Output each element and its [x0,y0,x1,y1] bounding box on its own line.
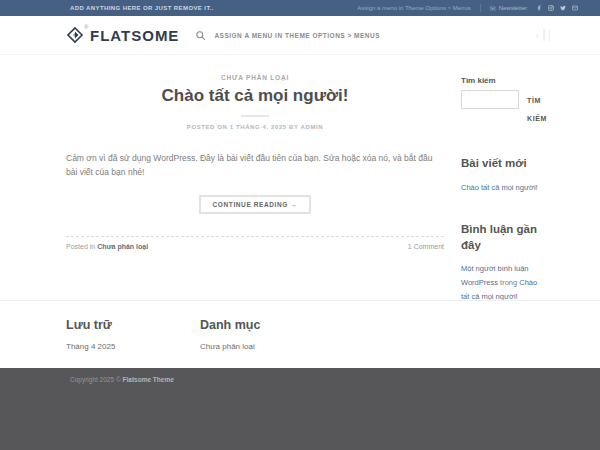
topbar-message: ADD ANYTHING HERE OR JUST REMOVE IT.. [70,5,214,11]
site-header: ® FLATSOME ASSIGN A MENU IN THEME OPTION… [0,16,600,55]
categories-title: Danh mục [200,318,260,332]
search-widget: TÌM KIẾM [461,90,545,128]
title-divider [241,115,269,117]
search-icon[interactable] [195,30,206,41]
envelope-icon: ✉ [490,5,496,12]
category-link[interactable]: Chưa phân loại [200,342,260,351]
sidebar-search-button[interactable]: TÌM KIẾM [527,90,547,128]
posted-in-label: Posted in [66,243,97,250]
posted-in-category-link[interactable]: Chưa phân loại [97,243,148,250]
recent-posts-widget-title: Bài viết mới [461,156,545,172]
post-excerpt: Cảm ơn vì đã sử dụng WordPress. Đây là b… [66,151,444,180]
chevron-left-icon[interactable]: ‹ [535,29,539,41]
categories-widget: Danh mục Chưa phân loại [200,318,260,368]
archives-widget: Lưu trữ Tháng 4 2025 [66,318,200,368]
main-content: CHƯA PHÂN LOẠI Chào tất cả mọi người! PO… [66,55,545,304]
flatsome-wordpress-page: ADD ANYTHING HERE OR JUST REMOVE IT.. As… [0,0,600,450]
header-secondary-area: ‹ [535,16,550,54]
header-divider [543,29,545,41]
copyright: Copyright 2025 © Flatsome Theme [70,376,600,383]
newsletter-link[interactable]: ✉ Newsletter [490,5,527,12]
continue-reading-button[interactable]: CONTINUE READING → [199,195,312,214]
copyright-prefix: Copyright 2025 © [70,376,123,383]
post-category-link[interactable]: CHƯA PHÂN LOẠI [66,74,444,81]
registered-mark: ® [84,24,88,30]
continue-wrap: CONTINUE READING → [66,193,444,214]
header-menu-hint[interactable]: ASSIGN A MENU IN THEME OPTIONS > MENUS [214,32,380,39]
flatsome-diamond-icon: ® [66,26,84,44]
social-icons [536,5,578,11]
archives-title: Lưu trữ [66,318,200,332]
recent-comment-item: Một người bình luận WordPress trong Chào… [461,262,545,304]
facebook-icon[interactable] [536,5,542,11]
recent-comments-widget-title: Bình luận gần đây [461,222,545,253]
topbar-right: Assign a menu in Theme Options > Menus ✉… [357,4,578,12]
sidebar: Tìm kiếm TÌM KIẾM Bài viết mới Chào tất … [461,55,545,304]
site-logo[interactable]: ® FLATSOME [66,26,179,44]
recent-post-link[interactable]: Chào tất cả mọi người! [461,181,545,195]
archive-link[interactable]: Tháng 4 2025 [66,342,200,351]
logo-text: FLATSOME [90,27,179,44]
instagram-icon[interactable] [548,5,554,11]
header-divider [549,29,551,41]
footer-bar: Copyright 2025 © Flatsome Theme [0,368,600,450]
newsletter-label: Newsletter [499,5,527,11]
posted-in: Posted in Chưa phân loại [66,243,148,250]
post-header: CHƯA PHÂN LOẠI Chào tất cả mọi người! PO… [66,74,444,130]
topbar-menu-hint[interactable]: Assign a menu in Theme Options > Menus [357,5,470,11]
post-footer-row: Posted in Chưa phân loại 1 Comment [66,236,444,250]
comment-connector: trong [498,278,519,287]
twitter-icon[interactable] [560,5,566,11]
topbar: ADD ANYTHING HERE OR JUST REMOVE IT.. As… [0,0,600,16]
post-meta: POSTED ON 1 THÁNG 4, 2025 BY ADMIN [66,124,444,130]
sidebar-search-input[interactable] [461,90,519,109]
copyright-brand: Flatsome Theme [123,376,174,383]
email-icon[interactable] [572,5,578,11]
blog-post: CHƯA PHÂN LOẠI Chào tất cả mọi người! PO… [66,55,444,250]
search-widget-title: Tìm kiếm [461,76,545,85]
topbar-divider [480,4,481,12]
post-title[interactable]: Chào tất cả mọi người! [66,86,444,106]
footer-widgets: Lưu trữ Tháng 4 2025 Danh mục Chưa phân … [0,300,600,368]
comments-count-link[interactable]: 1 Comment [408,243,444,250]
